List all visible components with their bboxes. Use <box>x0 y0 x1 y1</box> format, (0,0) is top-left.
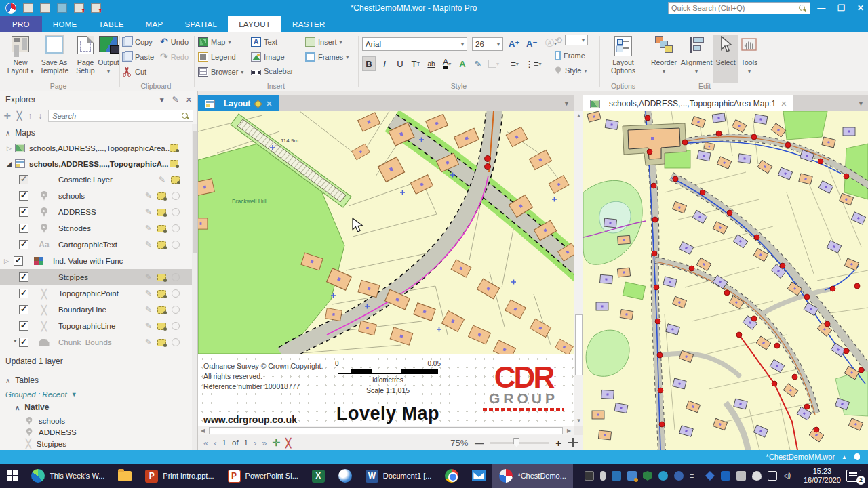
layer-row-cosmetic[interactable]: Cosmetic Layer ✎ <box>0 171 197 188</box>
taskbar-chrome[interactable] <box>438 464 465 488</box>
last-page-button[interactable]: » <box>262 438 267 448</box>
tray-share-icon[interactable] <box>627 471 637 481</box>
fit-page-icon[interactable] <box>568 438 578 447</box>
map-node-collapsed[interactable]: ▷ schools,ADDRESS,...,TopographicArea... <box>0 140 197 156</box>
close-table-icon[interactable]: x <box>74 3 84 13</box>
close-tab-icon[interactable]: ✕ <box>266 100 272 108</box>
layer-tools-icon[interactable] <box>157 306 166 314</box>
layer-tools-icon[interactable] <box>157 241 166 249</box>
native-group-header[interactable]: ∧Native <box>0 401 197 415</box>
layer-tools-icon[interactable] <box>157 290 166 298</box>
website-text[interactable]: www.cdrgroup.co.uk <box>203 414 297 425</box>
tray-speaker-icon[interactable]: ◁) <box>783 471 793 481</box>
delete-page-button[interactable]: ╳ <box>285 438 291 448</box>
layer-row-ind-value[interactable]: ▷ Ind. Value with Func <box>0 253 197 269</box>
tab-layout[interactable]: LAYOUT <box>228 16 281 32</box>
minimize-button[interactable]: — <box>817 3 825 13</box>
text-style-button[interactable]: A <box>456 56 469 71</box>
close-panel-icon[interactable]: ✕ <box>186 96 192 104</box>
tab-spatial[interactable]: SPATIAL <box>174 16 228 32</box>
layer-row-stcpipes[interactable]: ╳ Stcpipes ✎ <box>0 269 197 285</box>
edit-layer-icon[interactable]: ✎ <box>145 207 152 217</box>
layout-options-button[interactable]: Layout Options <box>605 35 642 75</box>
tab-map[interactable]: MAP <box>135 16 174 32</box>
map-tools-icon[interactable] <box>170 144 178 152</box>
explorer-search-icon[interactable] <box>182 113 189 120</box>
zoom-slider-thumb[interactable] <box>513 438 519 447</box>
taskbar-word[interactable]: WDocument1 [... <box>359 464 439 488</box>
edit-layer-icon[interactable]: ✎ <box>145 191 152 201</box>
layer-history-icon[interactable] <box>172 322 180 330</box>
grow-font-button[interactable]: A⁺ <box>507 36 521 51</box>
map-canvas[interactable] <box>583 111 868 450</box>
layer-checkbox[interactable] <box>19 305 28 314</box>
zoom-out-button[interactable]: — <box>475 438 484 448</box>
layout-tab[interactable]: Layout ✕ <box>198 95 279 113</box>
table-item-address[interactable]: ADDRESS <box>0 426 197 438</box>
layout-map-frame[interactable]: 114.9m Brackwell Hill <box>198 111 574 354</box>
layer-checkbox[interactable] <box>19 272 28 282</box>
layer-checkbox[interactable] <box>19 224 28 233</box>
tray-volume-mixer-icon[interactable]: ≡ <box>690 471 699 481</box>
layout-vertical-scrollbar[interactable]: ▲▼ <box>574 111 583 426</box>
add-to-explorer-icon[interactable]: ✛ <box>4 111 11 121</box>
layer-row-chunk-bounds[interactable]: * Chunk_Bounds ✎ <box>0 334 197 350</box>
paragraph-align-button[interactable]: ≡▾ <box>508 56 521 71</box>
undo-button[interactable]: ↶Undo <box>160 37 189 46</box>
insert-map-button[interactable]: Map ▾ <box>198 37 231 47</box>
italic-button[interactable]: I <box>378 56 391 71</box>
edit-layer-icon[interactable]: ✎ <box>145 240 152 249</box>
edit-layer-icon[interactable]: ✎ <box>145 289 152 298</box>
close-map-tab-icon[interactable]: ✕ <box>781 100 787 108</box>
taskbar-edge[interactable]: This Week's W... <box>24 464 111 488</box>
explorer-scrollbar[interactable] <box>192 124 197 450</box>
close-button[interactable]: ✕ <box>857 3 864 13</box>
tray-bluetooth-icon[interactable] <box>721 471 730 481</box>
superscript-button[interactable]: TT <box>409 56 422 71</box>
copy-button[interactable]: Copy <box>122 37 153 47</box>
font-family-combo[interactable]: Arial▾ <box>362 37 467 51</box>
pin-panel-icon[interactable]: ✎ <box>172 95 179 104</box>
tab-raster[interactable]: RASTER <box>281 16 336 32</box>
save-as-template-button[interactable]: Save As Template <box>35 35 73 75</box>
tray-app-icon[interactable] <box>585 471 594 481</box>
explorer-menu-icon[interactable]: ▼ <box>159 96 165 104</box>
callout-style-button[interactable]: ✎ <box>471 56 485 71</box>
tray-camera-icon[interactable] <box>736 471 746 481</box>
layer-row-topographicline[interactable]: ╳ TopographicLine ✎ <box>0 318 197 334</box>
rotate-icon[interactable]: ⟲ <box>555 35 562 45</box>
insert-browser-button[interactable]: Browser ▾ <box>198 67 243 77</box>
move-up-icon[interactable]: ↑ <box>28 111 32 121</box>
prev-page-button[interactable]: ‹ <box>214 438 216 448</box>
layer-history-icon[interactable] <box>172 208 180 216</box>
taskbar-mail[interactable] <box>465 464 492 488</box>
explorer-search-input[interactable] <box>49 112 182 120</box>
edit-layer-icon[interactable]: ✎ <box>145 338 152 347</box>
insert-frames-button[interactable]: Frames ▾ <box>305 52 349 62</box>
open-table-icon[interactable] <box>23 3 33 13</box>
redo-button[interactable]: ↷Redo <box>160 52 189 61</box>
layout-horizontal-scrollbar[interactable]: ◀▶ <box>198 426 574 435</box>
layout-node-expanded[interactable]: ◢ schools,ADDRESS,...,TopographicA... <box>0 156 197 171</box>
restore-button[interactable]: ❐ <box>837 3 845 13</box>
add-page-button[interactable]: ✛ <box>273 437 281 448</box>
start-button[interactable] <box>0 464 24 488</box>
tables-section-header[interactable]: ∧Tables <box>0 371 197 388</box>
reorder-button[interactable]: Reorder▾ <box>648 35 679 76</box>
layer-checkbox[interactable] <box>19 207 28 217</box>
tray-display-icon[interactable] <box>612 471 621 481</box>
output-button[interactable]: Output▾ <box>95 35 122 76</box>
insert-scalebar-button[interactable]: Scalebar <box>251 67 293 75</box>
layer-row-stcnodes[interactable]: Stcnodes ✎ <box>0 220 197 237</box>
new-layout-button[interactable]: New Layout ▾ <box>3 35 38 76</box>
tray-teamviewer-icon[interactable] <box>658 471 668 481</box>
layer-tools-icon[interactable] <box>157 209 166 216</box>
layer-checkbox[interactable] <box>19 289 28 298</box>
line-spacing-button[interactable]: ⋮≡▾ <box>524 56 543 71</box>
taskbar-sphere-app[interactable] <box>332 464 359 488</box>
statusbar-expand-icon[interactable]: ▲ <box>842 454 847 460</box>
help-button[interactable]: ? <box>800 3 805 13</box>
layer-tools-icon[interactable] <box>157 339 166 346</box>
maps-section-header[interactable]: ∧Maps <box>0 124 197 140</box>
layer-history-icon[interactable] <box>172 289 180 298</box>
